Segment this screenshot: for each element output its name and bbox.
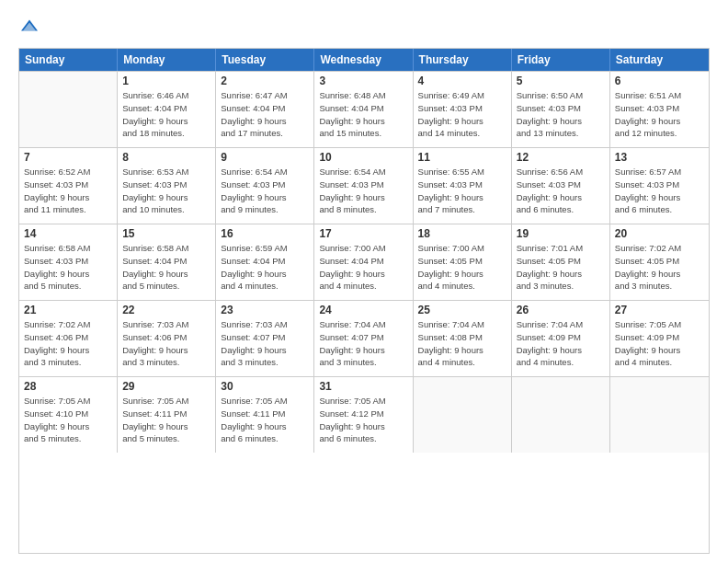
- day-number: 30: [221, 380, 309, 393]
- day-info: Sunrise: 7:05 AM Sunset: 4:09 PM Dayligh…: [615, 318, 704, 369]
- day-info: Sunrise: 7:05 AM Sunset: 4:12 PM Dayligh…: [319, 395, 407, 445]
- cal-cell-r1-c2: 9Sunrise: 6:54 AM Sunset: 4:03 PM Daylig…: [216, 148, 314, 224]
- cal-cell-r3-c1: 22Sunrise: 7:03 AM Sunset: 4:06 PM Dayli…: [118, 301, 216, 376]
- day-info: Sunrise: 7:03 AM Sunset: 4:07 PM Dayligh…: [221, 318, 309, 369]
- day-number: 18: [418, 227, 506, 240]
- day-info: Sunrise: 6:51 AM Sunset: 4:03 PM Dayligh…: [615, 89, 704, 140]
- day-info: Sunrise: 6:58 AM Sunset: 4:04 PM Dayligh…: [122, 242, 210, 293]
- day-number: 3: [319, 75, 407, 87]
- calendar-page: SundayMondayTuesdayWednesdayThursdayFrid…: [0, 0, 728, 563]
- day-info: Sunrise: 7:03 AM Sunset: 4:06 PM Dayligh…: [122, 318, 210, 369]
- day-number: 25: [418, 304, 506, 316]
- cal-cell-r2-c1: 15Sunrise: 6:58 AM Sunset: 4:04 PM Dayli…: [118, 224, 216, 300]
- cal-cell-r0-c5: 5Sunrise: 6:50 AM Sunset: 4:03 PM Daylig…: [512, 72, 610, 147]
- day-number: 27: [615, 304, 704, 316]
- day-info: Sunrise: 7:05 AM Sunset: 4:10 PM Dayligh…: [24, 395, 112, 445]
- calendar-row-3: 14Sunrise: 6:58 AM Sunset: 4:03 PM Dayli…: [19, 224, 709, 300]
- day-number: 16: [221, 227, 309, 240]
- day-info: Sunrise: 7:04 AM Sunset: 4:09 PM Dayligh…: [517, 318, 605, 369]
- weekday-header-wednesday: Wednesday: [314, 49, 413, 71]
- day-info: Sunrise: 6:55 AM Sunset: 4:03 PM Dayligh…: [418, 166, 506, 216]
- weekday-header-saturday: Saturday: [610, 49, 709, 71]
- calendar-row-5: 28Sunrise: 7:05 AM Sunset: 4:10 PM Dayli…: [19, 376, 709, 453]
- day-number: 17: [319, 227, 407, 240]
- cal-cell-r3-c6: 27Sunrise: 7:05 AM Sunset: 4:09 PM Dayli…: [610, 301, 709, 376]
- logo: [18, 17, 42, 39]
- weekday-header-tuesday: Tuesday: [216, 49, 314, 71]
- weekday-header-thursday: Thursday: [414, 49, 512, 71]
- day-number: 10: [319, 151, 407, 164]
- cal-cell-r3-c5: 26Sunrise: 7:04 AM Sunset: 4:09 PM Dayli…: [512, 301, 610, 376]
- day-info: Sunrise: 6:46 AM Sunset: 4:04 PM Dayligh…: [122, 89, 210, 140]
- day-number: 24: [319, 304, 407, 316]
- day-info: Sunrise: 6:59 AM Sunset: 4:04 PM Dayligh…: [221, 242, 309, 293]
- day-number: 8: [122, 151, 210, 164]
- day-number: 2: [221, 75, 309, 87]
- calendar-body: 1Sunrise: 6:46 AM Sunset: 4:04 PM Daylig…: [19, 71, 709, 453]
- cal-cell-r2-c6: 20Sunrise: 7:02 AM Sunset: 4:05 PM Dayli…: [610, 224, 709, 300]
- cal-cell-r3-c0: 21Sunrise: 7:02 AM Sunset: 4:06 PM Dayli…: [19, 301, 118, 376]
- cal-cell-r1-c6: 13Sunrise: 6:57 AM Sunset: 4:03 PM Dayli…: [610, 148, 709, 224]
- day-number: 14: [24, 227, 112, 240]
- cal-cell-r1-c3: 10Sunrise: 6:54 AM Sunset: 4:03 PM Dayli…: [314, 148, 413, 224]
- cal-cell-r0-c0: [19, 72, 118, 147]
- calendar-row-2: 7Sunrise: 6:52 AM Sunset: 4:03 PM Daylig…: [19, 147, 709, 224]
- day-info: Sunrise: 6:52 AM Sunset: 4:03 PM Dayligh…: [24, 166, 112, 216]
- cal-cell-r0-c3: 3Sunrise: 6:48 AM Sunset: 4:04 PM Daylig…: [314, 72, 413, 147]
- cal-cell-r1-c4: 11Sunrise: 6:55 AM Sunset: 4:03 PM Dayli…: [414, 148, 512, 224]
- cal-cell-r1-c0: 7Sunrise: 6:52 AM Sunset: 4:03 PM Daylig…: [19, 148, 118, 224]
- day-info: Sunrise: 7:05 AM Sunset: 4:11 PM Dayligh…: [221, 395, 309, 445]
- day-number: 22: [122, 304, 210, 316]
- day-info: Sunrise: 6:58 AM Sunset: 4:03 PM Dayligh…: [24, 242, 112, 293]
- day-info: Sunrise: 6:47 AM Sunset: 4:04 PM Dayligh…: [221, 89, 309, 140]
- cal-cell-r2-c3: 17Sunrise: 7:00 AM Sunset: 4:04 PM Dayli…: [314, 224, 413, 300]
- day-number: 1: [122, 75, 210, 87]
- calendar-row-4: 21Sunrise: 7:02 AM Sunset: 4:06 PM Dayli…: [19, 300, 709, 376]
- cal-cell-r2-c5: 19Sunrise: 7:01 AM Sunset: 4:05 PM Dayli…: [512, 224, 610, 300]
- day-info: Sunrise: 6:49 AM Sunset: 4:03 PM Dayligh…: [418, 89, 506, 140]
- cal-cell-r2-c4: 18Sunrise: 7:00 AM Sunset: 4:05 PM Dayli…: [414, 224, 512, 300]
- page-header: [18, 17, 710, 39]
- day-info: Sunrise: 7:00 AM Sunset: 4:04 PM Dayligh…: [319, 242, 407, 293]
- cal-cell-r1-c5: 12Sunrise: 6:56 AM Sunset: 4:03 PM Dayli…: [512, 148, 610, 224]
- day-number: 15: [122, 227, 210, 240]
- cal-cell-r4-c3: 31Sunrise: 7:05 AM Sunset: 4:12 PM Dayli…: [314, 377, 413, 453]
- day-number: 20: [615, 227, 704, 240]
- day-number: 13: [615, 151, 704, 164]
- day-info: Sunrise: 7:02 AM Sunset: 4:05 PM Dayligh…: [615, 242, 704, 293]
- day-number: 26: [517, 304, 605, 316]
- day-number: 5: [517, 75, 605, 87]
- cal-cell-r4-c2: 30Sunrise: 7:05 AM Sunset: 4:11 PM Dayli…: [216, 377, 314, 453]
- calendar: SundayMondayTuesdayWednesdayThursdayFrid…: [18, 48, 710, 554]
- weekday-header-friday: Friday: [512, 49, 610, 71]
- cal-cell-r4-c5: [512, 377, 610, 453]
- day-number: 21: [24, 304, 112, 316]
- cal-cell-r0-c4: 4Sunrise: 6:49 AM Sunset: 4:03 PM Daylig…: [414, 72, 512, 147]
- day-info: Sunrise: 6:57 AM Sunset: 4:03 PM Dayligh…: [615, 166, 704, 216]
- day-info: Sunrise: 7:01 AM Sunset: 4:05 PM Dayligh…: [517, 242, 605, 293]
- cal-cell-r4-c0: 28Sunrise: 7:05 AM Sunset: 4:10 PM Dayli…: [19, 377, 118, 453]
- cal-cell-r3-c2: 23Sunrise: 7:03 AM Sunset: 4:07 PM Dayli…: [216, 301, 314, 376]
- day-number: 4: [418, 75, 506, 87]
- cal-cell-r3-c4: 25Sunrise: 7:04 AM Sunset: 4:08 PM Dayli…: [414, 301, 512, 376]
- day-number: 6: [615, 75, 704, 87]
- day-number: 31: [319, 380, 407, 393]
- day-info: Sunrise: 7:04 AM Sunset: 4:08 PM Dayligh…: [418, 318, 506, 369]
- cal-cell-r0-c6: 6Sunrise: 6:51 AM Sunset: 4:03 PM Daylig…: [610, 72, 709, 147]
- cal-cell-r4-c1: 29Sunrise: 7:05 AM Sunset: 4:11 PM Dayli…: [118, 377, 216, 453]
- day-info: Sunrise: 6:56 AM Sunset: 4:03 PM Dayligh…: [517, 166, 605, 216]
- day-info: Sunrise: 6:54 AM Sunset: 4:03 PM Dayligh…: [319, 166, 407, 216]
- cal-cell-r2-c2: 16Sunrise: 6:59 AM Sunset: 4:04 PM Dayli…: [216, 224, 314, 300]
- logo-icon: [20, 17, 39, 35]
- day-info: Sunrise: 6:53 AM Sunset: 4:03 PM Dayligh…: [122, 166, 210, 216]
- day-info: Sunrise: 7:02 AM Sunset: 4:06 PM Dayligh…: [24, 318, 112, 369]
- cal-cell-r0-c1: 1Sunrise: 6:46 AM Sunset: 4:04 PM Daylig…: [118, 72, 216, 147]
- day-number: 12: [517, 151, 605, 164]
- day-number: 23: [221, 304, 309, 316]
- day-number: 19: [517, 227, 605, 240]
- weekday-header-monday: Monday: [118, 49, 216, 71]
- day-info: Sunrise: 7:04 AM Sunset: 4:07 PM Dayligh…: [319, 318, 407, 369]
- cal-cell-r3-c3: 24Sunrise: 7:04 AM Sunset: 4:07 PM Dayli…: [314, 301, 413, 376]
- calendar-header: SundayMondayTuesdayWednesdayThursdayFrid…: [19, 49, 709, 71]
- day-info: Sunrise: 6:54 AM Sunset: 4:03 PM Dayligh…: [221, 166, 309, 216]
